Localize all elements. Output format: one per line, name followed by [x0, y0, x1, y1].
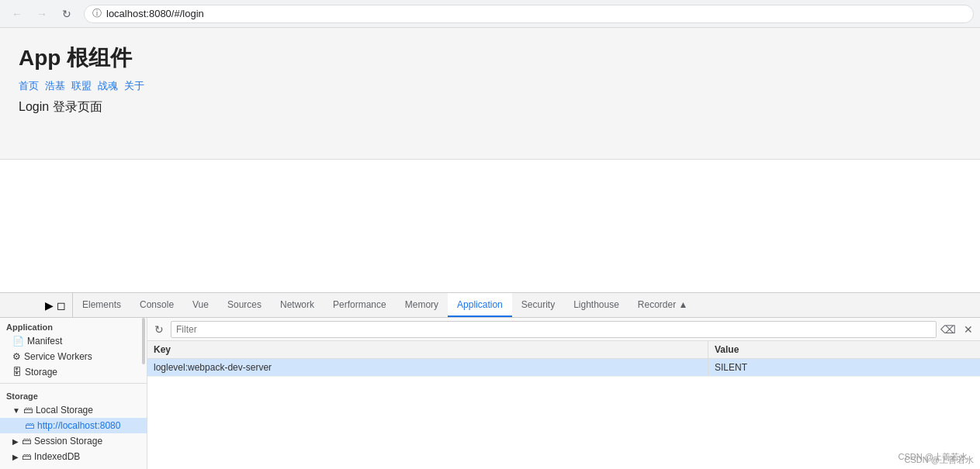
tab-network[interactable]: Network — [271, 293, 324, 317]
page-subtitle: Login 登录页面 — [19, 99, 961, 116]
browser-toolbar: ← → ↻ ⓘ localhost:8080/#/login — [0, 0, 980, 28]
devtools-main: ↻ ⌫ ✕ Key Value loglevel:webpack-dev-ser… — [147, 318, 980, 469]
tab-application[interactable]: Application — [448, 293, 512, 317]
storage-icon: 🗄 — [12, 367, 22, 378]
tab-sources[interactable]: Sources — [218, 293, 271, 317]
local-storage-arrow-icon: ▼ — [12, 406, 20, 415]
indexeddb-arrow-icon: ▶ — [12, 453, 19, 461]
refresh-button[interactable]: ↻ — [56, 3, 78, 25]
nav-link-league[interactable]: 联盟 — [71, 79, 92, 93]
nav-link-haoji[interactable]: 浩基 — [45, 79, 65, 93]
sidebar-storage-section: Storage — [0, 387, 147, 402]
nav-link-about[interactable]: 关于 — [124, 79, 144, 93]
sidebar-scrollbar[interactable] — [142, 318, 145, 364]
devtools-sidebar: Application 📄 Manifest ⚙ Service Workers… — [0, 318, 147, 469]
tab-security[interactable]: Security — [512, 293, 564, 317]
lock-icon: ⓘ — [92, 7, 102, 20]
tab-performance[interactable]: Performance — [324, 293, 396, 317]
page-empty — [0, 160, 980, 292]
data-table: Key Value loglevel:webpack-dev-server SI… — [147, 341, 980, 451]
tab-elements[interactable]: Elements — [73, 293, 130, 317]
tab-console[interactable]: Console — [130, 293, 183, 317]
tab-lighthouse[interactable]: Lighthouse — [564, 293, 629, 317]
tab-memory[interactable]: Memory — [396, 293, 448, 317]
manifest-icon: 📄 — [12, 336, 24, 347]
sidebar-item-session-storage[interactable]: ▶ 🗃 Session Storage — [0, 433, 147, 449]
sidebar-item-local-storage[interactable]: ▼ 🗃 Local Storage — [0, 402, 147, 418]
nav-link-home[interactable]: 首页 — [19, 79, 39, 93]
filter-clear-button[interactable]: ⌫ — [940, 321, 957, 338]
table-header: Key Value — [147, 341, 980, 359]
sidebar-item-manifest[interactable]: 📄 Manifest — [0, 333, 147, 349]
filter-refresh-button[interactable]: ↻ — [151, 321, 168, 338]
service-workers-icon: ⚙ — [12, 351, 21, 362]
address-bar[interactable]: ⓘ localhost:8080/#/login — [84, 5, 974, 23]
nav-links: 首页 浩基 联盟 战魂 关于 — [19, 79, 961, 93]
filter-input[interactable] — [171, 321, 937, 338]
devtools-tabs: ▶ ◻ Elements Console Vue Sources Network… — [0, 293, 980, 318]
sidebar-divider — [0, 383, 147, 384]
indexeddb-icon: 🗃 — [22, 451, 31, 462]
filter-close-button[interactable]: ✕ — [960, 321, 977, 338]
devtools: ▶ ◻ Elements Console Vue Sources Network… — [0, 292, 980, 469]
page-title: App 根组件 — [19, 43, 961, 73]
localhost-icon: 🗃 — [25, 420, 34, 431]
device-icon[interactable]: ◻ — [57, 299, 66, 312]
sidebar-item-storage[interactable]: 🗄 Storage — [0, 364, 147, 380]
session-storage-arrow-icon: ▶ — [12, 437, 19, 446]
table-header-value: Value — [708, 341, 980, 358]
cursor-icon[interactable]: ▶ — [45, 299, 54, 312]
sidebar-item-localhost[interactable]: 🗃 http://localhost:8080 — [0, 418, 147, 433]
page-content: App 根组件 首页 浩基 联盟 战魂 关于 Login 登录页面 — [0, 28, 980, 160]
forward-button[interactable]: → — [31, 3, 53, 25]
url-text: localhost:8080/#/login — [106, 8, 204, 19]
session-storage-icon: 🗃 — [22, 436, 31, 447]
local-storage-icon: 🗃 — [23, 405, 33, 416]
back-button[interactable]: ← — [6, 3, 28, 25]
sidebar-item-service-workers[interactable]: ⚙ Service Workers — [0, 349, 147, 364]
table-cell-key: loglevel:webpack-dev-server — [147, 359, 708, 376]
nav-buttons: ← → ↻ — [6, 3, 78, 25]
tab-recorder[interactable]: Recorder ▲ — [629, 293, 698, 317]
watermark-text: CSDN @上善若水 — [905, 454, 974, 466]
devtools-body: Application 📄 Manifest ⚙ Service Workers… — [0, 318, 980, 469]
nav-link-zhanhun[interactable]: 战魂 — [98, 79, 118, 93]
sidebar-item-indexeddb[interactable]: ▶ 🗃 IndexedDB — [0, 449, 147, 464]
table-header-key: Key — [147, 341, 708, 358]
table-row[interactable]: loglevel:webpack-dev-server SILENT — [147, 359, 980, 377]
table-cell-value: SILENT — [708, 359, 980, 376]
watermark: CSDN @上善若水 — [147, 448, 974, 466]
filter-bar: ↻ ⌫ ✕ — [147, 318, 980, 341]
sidebar-app-section: Application — [0, 318, 147, 333]
tab-vue[interactable]: Vue — [183, 293, 218, 317]
